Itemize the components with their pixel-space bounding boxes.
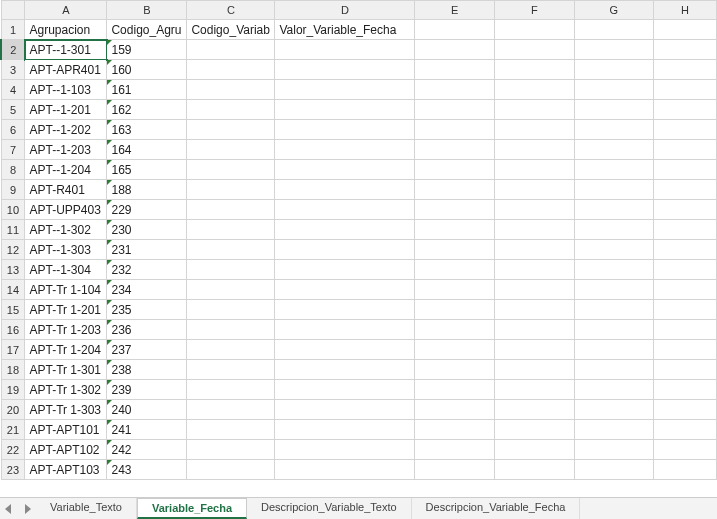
cell-H2[interactable] bbox=[654, 40, 717, 60]
cell-F14[interactable] bbox=[494, 280, 574, 300]
cell-G19[interactable] bbox=[574, 380, 654, 400]
cell-C1[interactable]: Codigo_Variab bbox=[187, 20, 275, 40]
cell-B19[interactable]: 239 bbox=[107, 380, 187, 400]
row-header[interactable]: 16 bbox=[1, 320, 25, 340]
row-header[interactable]: 12 bbox=[1, 240, 25, 260]
cell-D18[interactable] bbox=[275, 360, 415, 380]
cell-E16[interactable] bbox=[415, 320, 495, 340]
row-header[interactable]: 19 bbox=[1, 380, 25, 400]
cell-F12[interactable] bbox=[494, 240, 574, 260]
cell-F7[interactable] bbox=[494, 140, 574, 160]
cell-G2[interactable] bbox=[574, 40, 654, 60]
cell-C6[interactable] bbox=[187, 120, 275, 140]
cell-G14[interactable] bbox=[574, 280, 654, 300]
cell-D9[interactable] bbox=[275, 180, 415, 200]
cell-H20[interactable] bbox=[654, 400, 717, 420]
cell-D11[interactable] bbox=[275, 220, 415, 240]
cell-A12[interactable]: APT--1-303 bbox=[25, 240, 107, 260]
cell-B4[interactable]: 161 bbox=[107, 80, 187, 100]
cell-H16[interactable] bbox=[654, 320, 717, 340]
cell-A4[interactable]: APT--1-103 bbox=[25, 80, 107, 100]
cell-A11[interactable]: APT--1-302 bbox=[25, 220, 107, 240]
cell-H1[interactable] bbox=[654, 20, 717, 40]
cell-A5[interactable]: APT--1-201 bbox=[25, 100, 107, 120]
row-header[interactable]: 1 bbox=[1, 20, 25, 40]
cell-F16[interactable] bbox=[494, 320, 574, 340]
cell-B13[interactable]: 232 bbox=[107, 260, 187, 280]
cell-H14[interactable] bbox=[654, 280, 717, 300]
sheet-tab[interactable]: Variable_Fecha bbox=[137, 498, 247, 519]
cell-C14[interactable] bbox=[187, 280, 275, 300]
cell-E15[interactable] bbox=[415, 300, 495, 320]
cell-C9[interactable] bbox=[187, 180, 275, 200]
cell-D17[interactable] bbox=[275, 340, 415, 360]
column-header-A[interactable]: A bbox=[25, 1, 107, 20]
cell-C5[interactable] bbox=[187, 100, 275, 120]
cell-B11[interactable]: 230 bbox=[107, 220, 187, 240]
cell-C2[interactable] bbox=[187, 40, 275, 60]
cell-B7[interactable]: 164 bbox=[107, 140, 187, 160]
cell-B14[interactable]: 234 bbox=[107, 280, 187, 300]
row-header[interactable]: 2 bbox=[1, 40, 25, 60]
cell-B9[interactable]: 188 bbox=[107, 180, 187, 200]
cell-B10[interactable]: 229 bbox=[107, 200, 187, 220]
cell-H21[interactable] bbox=[654, 420, 717, 440]
cell-B3[interactable]: 160 bbox=[107, 60, 187, 80]
cell-F11[interactable] bbox=[494, 220, 574, 240]
cell-F5[interactable] bbox=[494, 100, 574, 120]
cell-G9[interactable] bbox=[574, 180, 654, 200]
column-header-D[interactable]: D bbox=[275, 1, 415, 20]
cell-D2[interactable] bbox=[275, 40, 415, 60]
cell-H7[interactable] bbox=[654, 140, 717, 160]
spreadsheet-grid[interactable]: ABCDEFGH1AgrupacionCodigo_AgruCodigo_Var… bbox=[0, 0, 717, 497]
cell-G3[interactable] bbox=[574, 60, 654, 80]
column-header-G[interactable]: G bbox=[574, 1, 654, 20]
cell-F21[interactable] bbox=[494, 420, 574, 440]
row-header[interactable]: 20 bbox=[1, 400, 25, 420]
cell-D14[interactable] bbox=[275, 280, 415, 300]
cell-G23[interactable] bbox=[574, 460, 654, 480]
cell-F23[interactable] bbox=[494, 460, 574, 480]
cell-F3[interactable] bbox=[494, 60, 574, 80]
cell-F10[interactable] bbox=[494, 200, 574, 220]
cell-A10[interactable]: APT-UPP403 bbox=[25, 200, 107, 220]
cell-E18[interactable] bbox=[415, 360, 495, 380]
cell-D4[interactable] bbox=[275, 80, 415, 100]
column-header-B[interactable]: B bbox=[107, 1, 187, 20]
cell-G21[interactable] bbox=[574, 420, 654, 440]
cell-B22[interactable]: 242 bbox=[107, 440, 187, 460]
cell-H4[interactable] bbox=[654, 80, 717, 100]
tab-nav-prev[interactable] bbox=[0, 498, 18, 520]
row-header[interactable]: 7 bbox=[1, 140, 25, 160]
cell-H13[interactable] bbox=[654, 260, 717, 280]
cell-B6[interactable]: 163 bbox=[107, 120, 187, 140]
cell-F17[interactable] bbox=[494, 340, 574, 360]
row-header[interactable]: 6 bbox=[1, 120, 25, 140]
cell-E10[interactable] bbox=[415, 200, 495, 220]
sheet-tab[interactable]: Variable_Texto bbox=[36, 498, 137, 519]
cell-D22[interactable] bbox=[275, 440, 415, 460]
cell-F22[interactable] bbox=[494, 440, 574, 460]
cell-A20[interactable]: APT-Tr 1-303 bbox=[25, 400, 107, 420]
row-header[interactable]: 11 bbox=[1, 220, 25, 240]
cell-E9[interactable] bbox=[415, 180, 495, 200]
cell-E17[interactable] bbox=[415, 340, 495, 360]
cell-E19[interactable] bbox=[415, 380, 495, 400]
cell-C19[interactable] bbox=[187, 380, 275, 400]
cell-H23[interactable] bbox=[654, 460, 717, 480]
cell-A15[interactable]: APT-Tr 1-201 bbox=[25, 300, 107, 320]
cell-F15[interactable] bbox=[494, 300, 574, 320]
cell-F4[interactable] bbox=[494, 80, 574, 100]
cell-C15[interactable] bbox=[187, 300, 275, 320]
cell-B8[interactable]: 165 bbox=[107, 160, 187, 180]
cell-E2[interactable] bbox=[415, 40, 495, 60]
column-header-E[interactable]: E bbox=[415, 1, 495, 20]
cell-E12[interactable] bbox=[415, 240, 495, 260]
row-header[interactable]: 17 bbox=[1, 340, 25, 360]
cell-B23[interactable]: 243 bbox=[107, 460, 187, 480]
row-header[interactable]: 8 bbox=[1, 160, 25, 180]
cell-D16[interactable] bbox=[275, 320, 415, 340]
cell-E4[interactable] bbox=[415, 80, 495, 100]
cell-H11[interactable] bbox=[654, 220, 717, 240]
cell-D21[interactable] bbox=[275, 420, 415, 440]
